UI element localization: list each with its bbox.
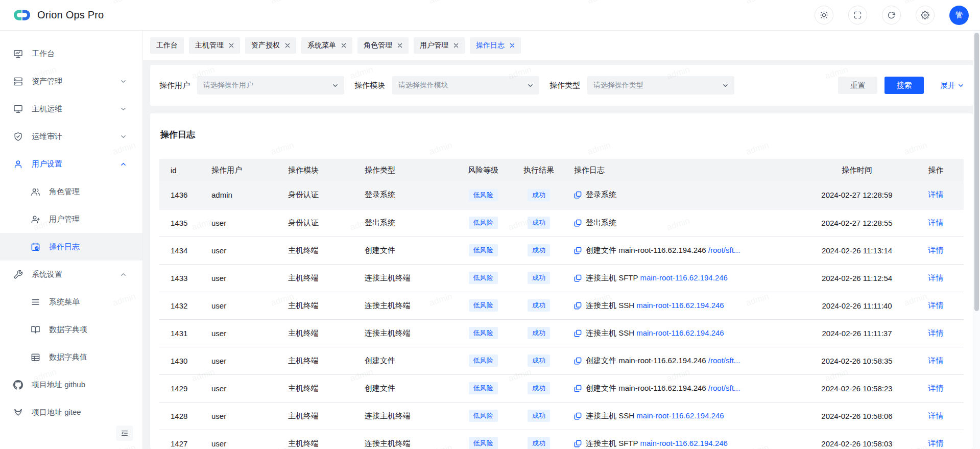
sidebar-item-label: 系统菜单 — [49, 297, 80, 307]
tab-label: 主机管理 — [195, 41, 224, 50]
result-badge: 成功 — [528, 272, 550, 284]
cell-module: 主机终端 — [280, 347, 356, 374]
cell-result: 成功 — [512, 402, 566, 430]
copy-icon[interactable] — [574, 357, 582, 365]
detail-link[interactable]: 详情 — [928, 384, 944, 392]
sidebar-item[interactable]: 系统菜单 — [0, 288, 142, 316]
copy-icon[interactable] — [574, 329, 582, 337]
scrollbar-thumb[interactable] — [974, 33, 979, 311]
log-link[interactable]: /root/sft... — [708, 384, 740, 392]
copy-icon[interactable] — [574, 274, 582, 282]
copy-icon[interactable] — [574, 385, 582, 392]
log-link[interactable]: main-root-116.62.194.246 — [636, 301, 724, 310]
result-badge: 成功 — [528, 410, 550, 422]
theme-button[interactable] — [815, 6, 833, 25]
tab[interactable]: 主机管理 — [189, 37, 240, 54]
sidebar-item[interactable]: 项目地址 github — [0, 371, 142, 398]
result-badge: 成功 — [528, 299, 550, 312]
copy-icon[interactable] — [574, 247, 582, 254]
tab-label: 角色管理 — [364, 41, 392, 50]
result-badge: 成功 — [528, 327, 550, 339]
sidebar-item[interactable]: 角色管理 — [0, 178, 142, 205]
sidebar-item[interactable]: 系统设置 — [0, 261, 142, 288]
search-button[interactable]: 搜索 — [885, 77, 924, 94]
log-link[interactable]: /root/sft... — [708, 246, 740, 254]
tab[interactable]: 工作台 — [150, 37, 184, 54]
log-text: 连接主机 SSH main-root-116.62.194.246 — [586, 411, 724, 421]
settings-button[interactable] — [916, 6, 935, 25]
filter-select[interactable]: 请选择操作用户 — [197, 76, 344, 94]
risk-badge: 低风险 — [469, 437, 498, 449]
close-icon[interactable] — [453, 43, 459, 48]
close-icon[interactable] — [510, 43, 515, 48]
detail-link[interactable]: 详情 — [928, 218, 944, 227]
close-icon[interactable] — [397, 43, 402, 48]
main-area: 工作台主机管理资产授权系统菜单角色管理用户管理操作日志 操作用户请选择操作用户操… — [143, 31, 980, 449]
tab[interactable]: 角色管理 — [357, 37, 409, 54]
log-text: 连接主机 SFTP main-root-116.62.194.246 — [586, 439, 728, 448]
detail-link[interactable]: 详情 — [928, 411, 944, 420]
detail-link[interactable]: 详情 — [928, 301, 944, 310]
cell-id: 1432 — [159, 292, 203, 319]
close-icon[interactable] — [341, 43, 346, 48]
sidebar-item[interactable]: 项目地址 gitee — [0, 398, 142, 426]
log-link[interactable]: main-root-116.62.194.246 — [636, 411, 724, 420]
log-link[interactable]: main-root-116.62.194.246 — [640, 439, 728, 447]
sidebar-item[interactable]: 用户管理 — [0, 205, 142, 233]
copy-icon[interactable] — [574, 302, 582, 310]
detail-link[interactable]: 详情 — [928, 356, 944, 365]
tab[interactable]: 系统菜单 — [301, 37, 352, 54]
refresh-button[interactable] — [882, 6, 901, 25]
cell-user: user — [203, 402, 280, 430]
reset-button[interactable]: 重置 — [838, 77, 877, 94]
cell-type: 登录系统 — [356, 181, 455, 209]
sidebar-item[interactable]: 运维审计 — [0, 123, 142, 150]
cell-risk: 低风险 — [455, 347, 512, 374]
sidebar-item[interactable]: 主机运维 — [0, 95, 142, 123]
detail-link[interactable]: 详情 — [928, 273, 944, 282]
sidebar-item[interactable]: 数据字典值 — [0, 343, 142, 371]
close-icon[interactable] — [285, 43, 290, 48]
close-icon[interactable] — [229, 43, 234, 48]
filter-select[interactable]: 请选择操作模块 — [392, 76, 539, 94]
detail-link[interactable]: 详情 — [928, 328, 944, 337]
filter-select[interactable]: 请选择操作类型 — [587, 76, 734, 94]
sidebar-item[interactable]: 操作日志 — [0, 233, 142, 261]
sidebar-collapse-button[interactable] — [116, 426, 133, 441]
filter-actions: 重置 搜索 展开 — [838, 77, 964, 94]
tab[interactable]: 资产授权 — [245, 37, 296, 54]
sidebar-item[interactable]: 工作台 — [0, 40, 142, 67]
copy-icon[interactable] — [574, 412, 582, 420]
sidebar-item[interactable]: 用户设置 — [0, 150, 142, 178]
cell-time: 2024-02-26 10:58:35 — [806, 347, 908, 374]
cell-risk: 低风险 — [455, 264, 512, 292]
log-link[interactable]: /root/sft... — [708, 356, 740, 365]
detail-link[interactable]: 详情 — [928, 190, 944, 199]
table-row: 1429user主机终端创建文件低风险成功创建文件 main-root-116.… — [159, 374, 964, 402]
copy-icon[interactable] — [574, 440, 582, 447]
user-avatar[interactable]: 管 — [949, 6, 969, 25]
risk-badge: 低风险 — [469, 355, 498, 367]
table-row: 1433user主机终端连接主机终端低风险成功连接主机 SFTP main-ro… — [159, 264, 964, 292]
copy-icon[interactable] — [574, 219, 582, 227]
refresh-icon — [887, 11, 896, 19]
expand-toggle[interactable]: 展开 — [940, 81, 964, 90]
detail-link[interactable]: 详情 — [928, 439, 944, 447]
log-link[interactable]: main-root-116.62.194.246 — [640, 273, 728, 282]
fullscreen-button[interactable] — [848, 6, 867, 25]
chevron-up-icon — [121, 272, 126, 277]
column-header: 操作模块 — [280, 159, 356, 181]
sidebar-item[interactable]: 资产管理 — [0, 67, 142, 95]
cell-result: 成功 — [512, 181, 566, 209]
cell-log: 创建文件 main-root-116.62.194.246 /root/sft.… — [566, 347, 806, 374]
detail-link[interactable]: 详情 — [928, 246, 944, 254]
log-link[interactable]: main-root-116.62.194.246 — [636, 328, 724, 337]
tab[interactable]: 操作日志 — [470, 37, 521, 54]
tab[interactable]: 用户管理 — [414, 37, 465, 54]
cell-risk: 低风险 — [455, 374, 512, 402]
chevron-down-icon — [121, 106, 126, 112]
sidebar-item[interactable]: 数据字典项 — [0, 316, 142, 343]
result-badge: 成功 — [528, 244, 550, 256]
copy-icon[interactable] — [574, 191, 582, 199]
table-row: 1428user主机终端连接主机终端低风险成功连接主机 SSH main-roo… — [159, 402, 964, 430]
